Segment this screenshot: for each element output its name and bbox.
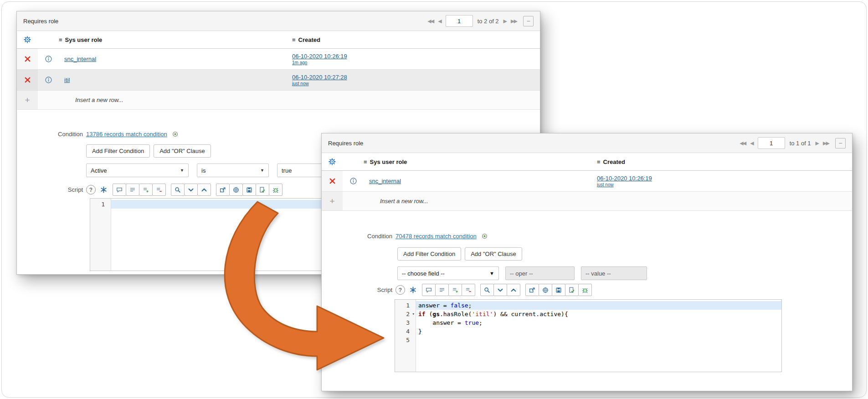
next-page-icon[interactable]: ▶ bbox=[503, 19, 507, 24]
debug-icon bbox=[581, 286, 589, 294]
column-header-created[interactable]: ≡ Created bbox=[292, 36, 540, 43]
collapse-list-button[interactable]: − bbox=[835, 138, 846, 148]
insert-row[interactable]: + Insert a new row... bbox=[17, 91, 540, 110]
help-icon[interactable]: ? bbox=[395, 285, 405, 295]
records-match-link[interactable]: 13786 records match condition bbox=[86, 131, 167, 138]
condition-field-select[interactable]: -- choose field -- ▼ bbox=[397, 266, 499, 280]
syntax-check-button[interactable] bbox=[256, 184, 269, 196]
format-code-button[interactable] bbox=[435, 284, 449, 296]
comment-code-button[interactable] bbox=[422, 284, 436, 296]
line-number: 1 bbox=[395, 301, 416, 310]
delete-row-button[interactable] bbox=[17, 70, 38, 90]
debug-button[interactable] bbox=[269, 184, 282, 196]
open-editor-button[interactable] bbox=[216, 184, 230, 196]
record-preview-button[interactable] bbox=[343, 177, 364, 185]
created-ago-link[interactable]: just now bbox=[597, 182, 614, 187]
window-header: Requires role ◀◀ ◀ to 2 of 2 ▶ ▶▶ − bbox=[17, 11, 540, 31]
record-preview-button[interactable] bbox=[38, 55, 59, 63]
script-macro-icon[interactable] bbox=[100, 186, 108, 194]
column-header-sys-user-role[interactable]: ≡ Sys user role bbox=[364, 159, 597, 165]
search-button[interactable] bbox=[480, 284, 494, 296]
api-reference-button[interactable] bbox=[229, 184, 243, 196]
condition-filter-row: -- choose field -- ▼ -- oper -- -- value… bbox=[397, 266, 647, 280]
page-number-input[interactable] bbox=[446, 15, 473, 27]
collapse-list-button[interactable]: − bbox=[523, 16, 534, 26]
search-button[interactable] bbox=[171, 184, 185, 196]
last-page-icon[interactable]: ▶▶ bbox=[823, 141, 830, 146]
insert-row-label[interactable]: Insert a new row... bbox=[343, 198, 852, 205]
comment-code-button[interactable] bbox=[113, 184, 126, 196]
record-preview-button[interactable] bbox=[38, 76, 59, 84]
open-editor-button[interactable] bbox=[525, 284, 539, 296]
line-number: 5 bbox=[395, 336, 416, 344]
save-script-button[interactable] bbox=[552, 284, 565, 296]
first-page-icon[interactable]: ◀◀ bbox=[740, 141, 746, 146]
script-editor[interactable]: 1 2▾ 3 4 5 answer = false; if (gs.hasRol… bbox=[395, 299, 782, 372]
find-previous-button[interactable] bbox=[197, 184, 211, 196]
created-link[interactable]: 06-10-2020 10:27:28 bbox=[292, 74, 347, 81]
condition-operator-input[interactable]: -- oper -- bbox=[505, 266, 575, 280]
add-filter-condition-button[interactable]: Add Filter Condition bbox=[397, 247, 461, 261]
insert-row-label[interactable]: Insert a new row... bbox=[38, 97, 540, 103]
created-link[interactable]: 06-10-2020 10:26:19 bbox=[292, 53, 347, 60]
uncomment-lines-button[interactable] bbox=[462, 284, 475, 296]
list-settings-gear[interactable] bbox=[17, 36, 38, 44]
column-menu-icon[interactable]: ≡ bbox=[59, 36, 62, 43]
created-link[interactable]: 06-10-2020 10:26:19 bbox=[597, 175, 652, 182]
condition-operator-select[interactable]: is ▼ bbox=[197, 164, 269, 177]
code-line[interactable]: } bbox=[416, 327, 781, 336]
find-previous-icon bbox=[200, 186, 208, 194]
find-previous-button[interactable] bbox=[507, 284, 520, 296]
condition-preview-icon[interactable] bbox=[172, 131, 178, 137]
delete-row-button[interactable] bbox=[17, 49, 38, 69]
condition-field-select[interactable]: Active ▼ bbox=[86, 164, 189, 177]
role-link[interactable]: snc_internal bbox=[64, 56, 96, 62]
syntax-check-button[interactable] bbox=[565, 284, 579, 296]
open-editor-icon bbox=[529, 286, 536, 294]
add-or-clause-button[interactable]: Add "OR" Clause bbox=[154, 144, 211, 158]
add-or-clause-button[interactable]: Add "OR" Clause bbox=[465, 247, 522, 261]
previous-page-icon[interactable]: ◀ bbox=[750, 141, 754, 146]
code-line[interactable]: answer = true; bbox=[416, 318, 781, 327]
line-number: 1 bbox=[90, 200, 111, 209]
script-macro-icon[interactable] bbox=[409, 286, 417, 294]
insert-row[interactable]: + Insert a new row... bbox=[322, 192, 852, 211]
column-menu-icon[interactable]: ≡ bbox=[364, 159, 367, 165]
previous-page-icon[interactable]: ◀ bbox=[438, 19, 442, 24]
created-ago-link[interactable]: 1m ago bbox=[292, 60, 307, 65]
uncomment-lines-button[interactable] bbox=[152, 184, 166, 196]
delete-row-button[interactable] bbox=[322, 171, 343, 191]
insert-row-plus-icon[interactable]: + bbox=[17, 91, 38, 109]
api-reference-button[interactable] bbox=[539, 284, 552, 296]
column-header-sys-user-role[interactable]: ≡ Sys user role bbox=[59, 36, 292, 43]
code-pane[interactable]: answer = false; if (gs.hasRole('itil') &… bbox=[416, 300, 781, 372]
condition-value-input[interactable]: -- value -- bbox=[581, 266, 647, 280]
role-link[interactable]: itil bbox=[64, 77, 70, 83]
records-match-link[interactable]: 70478 records match condition bbox=[395, 233, 477, 240]
column-header-created[interactable]: ≡ Created bbox=[597, 159, 852, 165]
find-next-button[interactable] bbox=[493, 284, 507, 296]
last-page-icon[interactable]: ▶▶ bbox=[511, 19, 518, 24]
comment-lines-button[interactable] bbox=[139, 184, 153, 196]
find-next-button[interactable] bbox=[184, 184, 198, 196]
help-icon[interactable]: ? bbox=[86, 185, 96, 194]
format-code-button[interactable] bbox=[126, 184, 139, 196]
column-menu-icon[interactable]: ≡ bbox=[597, 159, 601, 165]
first-page-icon[interactable]: ◀◀ bbox=[427, 19, 434, 24]
next-page-icon[interactable]: ▶ bbox=[816, 141, 819, 146]
column-menu-icon[interactable]: ≡ bbox=[292, 36, 296, 43]
condition-preview-icon[interactable] bbox=[482, 233, 488, 239]
debug-button[interactable] bbox=[578, 284, 592, 296]
add-filter-condition-button[interactable]: Add Filter Condition bbox=[86, 144, 150, 158]
code-fold-icon[interactable]: ▾ bbox=[412, 310, 415, 318]
comment-lines-button[interactable] bbox=[448, 284, 462, 296]
line-number-gutter: 1 2▾ 3 4 5 bbox=[395, 300, 416, 372]
save-script-button[interactable] bbox=[242, 184, 256, 196]
role-link[interactable]: snc_internal bbox=[369, 178, 401, 184]
code-line[interactable]: if (gs.hasRole('itil') && current.active… bbox=[416, 310, 781, 318]
created-ago-link[interactable]: just now bbox=[292, 81, 309, 86]
page-number-input[interactable] bbox=[758, 137, 785, 149]
code-line[interactable] bbox=[416, 336, 781, 344]
list-settings-gear[interactable] bbox=[322, 158, 343, 166]
code-line[interactable]: answer = false; bbox=[416, 301, 781, 310]
